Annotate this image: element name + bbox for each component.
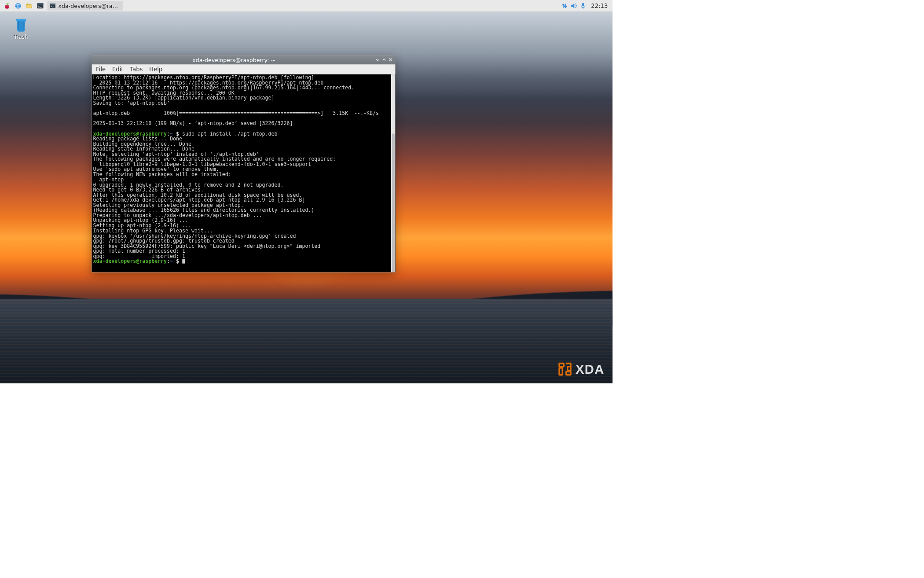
- svg-point-5: [6, 8, 7, 9]
- desktop-icon-trash[interactable]: Trash: [7, 15, 36, 40]
- window-maximize-button[interactable]: [381, 57, 387, 63]
- svg-rect-10: [50, 4, 55, 5]
- taskbar: xda-developers@ras... 22:13: [0, 0, 612, 12]
- window-minimize-button[interactable]: [375, 57, 381, 63]
- chevron-up-icon: [382, 58, 387, 63]
- scrollbar-thumb[interactable]: [392, 134, 395, 272]
- svg-point-3: [5, 7, 6, 8]
- microphone-tray-icon[interactable]: [579, 1, 587, 10]
- svg-point-4: [7, 7, 9, 8]
- terminal-icon: [37, 2, 44, 9]
- window-menubar: File Edit Tabs Help: [92, 65, 395, 75]
- taskbar-clock[interactable]: 22:13: [588, 2, 611, 9]
- network-tray-icon[interactable]: [560, 1, 569, 10]
- svg-rect-11: [582, 3, 584, 6]
- menu-edit[interactable]: Edit: [112, 66, 124, 73]
- globe-icon: [14, 2, 22, 9]
- task-label: xda-developers@ras...: [59, 3, 120, 9]
- desktop-icon-label: Trash: [7, 34, 36, 40]
- microphone-icon: [579, 2, 587, 9]
- svg-rect-12: [16, 19, 26, 21]
- chevron-down-icon: [375, 58, 380, 63]
- terminal-scrollbar[interactable]: [391, 74, 395, 272]
- xda-logo-icon: [557, 361, 572, 376]
- folders-icon: [26, 2, 33, 9]
- terminal-window: xda-developers@raspberry: ~ File Edit Ta…: [92, 55, 396, 272]
- xda-watermark: XDA: [557, 361, 605, 376]
- trash-icon: [12, 15, 30, 33]
- watermark-text: XDA: [576, 362, 605, 376]
- taskbar-task-terminal[interactable]: xda-developers@ras...: [47, 1, 123, 10]
- speaker-icon: [570, 2, 577, 9]
- window-titlebar[interactable]: xda-developers@raspberry: ~: [92, 55, 395, 64]
- window-close-button[interactable]: [388, 57, 393, 63]
- updown-arrows-icon: [561, 2, 568, 9]
- window-title: xda-developers@raspberry: ~: [94, 57, 374, 63]
- menu-help[interactable]: Help: [149, 66, 162, 73]
- terminal-body[interactable]: Location: https://packages.ntop.org/Rasp…: [92, 74, 395, 272]
- menu-file[interactable]: File: [96, 66, 106, 73]
- web-browser-button[interactable]: [13, 1, 23, 10]
- volume-tray-icon[interactable]: [569, 1, 578, 10]
- file-manager-button[interactable]: [24, 1, 34, 10]
- menu-tabs[interactable]: Tabs: [130, 66, 143, 73]
- svg-rect-8: [37, 3, 43, 4]
- terminal-icon: [50, 3, 56, 9]
- terminal-output: Location: https://packages.ntop.org/Rasp…: [92, 74, 395, 265]
- close-icon: [388, 58, 393, 63]
- app-menu-button[interactable]: [2, 1, 12, 10]
- raspberry-icon: [3, 2, 11, 9]
- terminal-launcher-button[interactable]: [35, 1, 46, 10]
